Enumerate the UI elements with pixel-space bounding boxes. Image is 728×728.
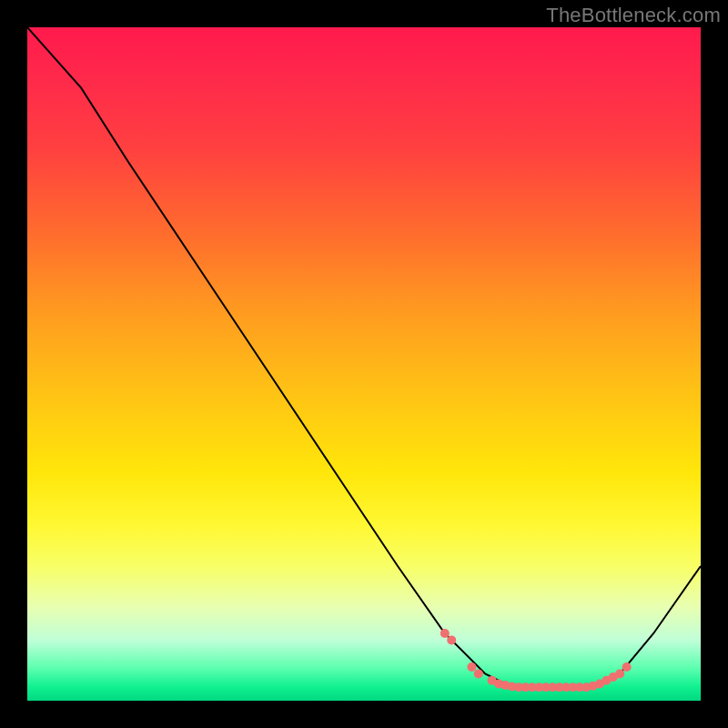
data-dots (440, 629, 632, 692)
data-dot (474, 669, 483, 678)
plot-area (27, 27, 701, 701)
data-dot (622, 662, 632, 672)
data-dot (467, 662, 476, 672)
chart-frame: TheBottleneck.com (0, 0, 728, 728)
data-dot (447, 635, 456, 644)
curve-svg (27, 27, 701, 701)
data-dot (440, 629, 450, 638)
data-dot (615, 669, 624, 678)
bottleneck-curve (27, 27, 701, 687)
watermark-text: TheBottleneck.com (546, 4, 721, 27)
